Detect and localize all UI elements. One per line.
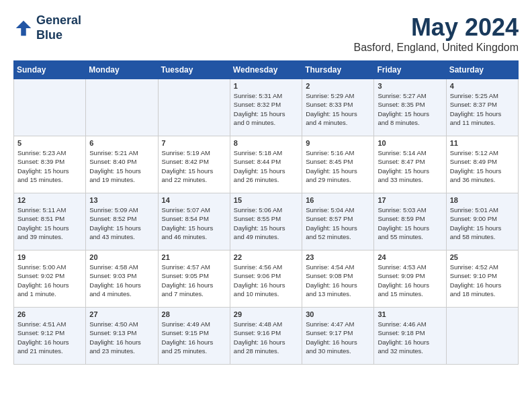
- calendar-cell: 24Sunrise: 4:53 AMSunset: 9:09 PMDayligh…: [374, 250, 446, 308]
- calendar-cell: 17Sunrise: 5:03 AMSunset: 8:59 PMDayligh…: [374, 193, 446, 250]
- day-info: Sunrise: 5:01 AMSunset: 9:00 PMDaylight:…: [450, 205, 515, 241]
- calendar-cell: 12Sunrise: 5:11 AMSunset: 8:51 PMDayligh…: [14, 193, 86, 250]
- calendar-cell: 14Sunrise: 5:07 AMSunset: 8:54 PMDayligh…: [158, 193, 230, 250]
- day-info: Sunrise: 5:09 AMSunset: 8:52 PMDaylight:…: [89, 205, 154, 241]
- day-number: 31: [378, 310, 442, 318]
- day-number: 3: [378, 82, 442, 90]
- day-number: 28: [162, 310, 226, 318]
- calendar-cell: 15Sunrise: 5:06 AMSunset: 8:55 PMDayligh…: [230, 193, 302, 250]
- day-info: Sunrise: 4:50 AMSunset: 9:13 PMDaylight:…: [89, 320, 154, 355]
- calendar-cell: 9Sunrise: 5:16 AMSunset: 8:45 PMDaylight…: [302, 136, 374, 193]
- calendar-cell: 3Sunrise: 5:27 AMSunset: 8:35 PMDaylight…: [374, 79, 446, 136]
- col-header-sunday: Sunday: [14, 61, 86, 79]
- day-info: Sunrise: 5:27 AMSunset: 8:35 PMDaylight:…: [378, 91, 442, 127]
- calendar-cell: 28Sunrise: 4:49 AMSunset: 9:15 PMDayligh…: [158, 308, 230, 365]
- day-number: 25: [450, 253, 515, 261]
- day-number: 29: [234, 310, 298, 318]
- day-number: 21: [162, 253, 226, 261]
- week-row-3: 12Sunrise: 5:11 AMSunset: 8:51 PMDayligh…: [14, 193, 519, 250]
- logo-text: General Blue: [36, 13, 81, 42]
- calendar-cell: 16Sunrise: 5:04 AMSunset: 8:57 PMDayligh…: [302, 193, 374, 250]
- day-number: 27: [89, 310, 154, 318]
- day-info: Sunrise: 5:25 AMSunset: 8:37 PMDaylight:…: [450, 91, 515, 127]
- calendar-cell: 30Sunrise: 4:47 AMSunset: 9:17 PMDayligh…: [302, 308, 374, 365]
- day-info: Sunrise: 5:07 AMSunset: 8:54 PMDaylight:…: [162, 205, 226, 241]
- day-number: 5: [17, 139, 82, 147]
- day-info: Sunrise: 4:58 AMSunset: 9:03 PMDaylight:…: [89, 263, 154, 298]
- day-number: 18: [450, 196, 515, 204]
- day-info: Sunrise: 5:00 AMSunset: 9:02 PMDaylight:…: [17, 263, 82, 298]
- calendar-cell: 23Sunrise: 4:54 AMSunset: 9:08 PMDayligh…: [302, 250, 374, 308]
- calendar-cell: 31Sunrise: 4:46 AMSunset: 9:18 PMDayligh…: [374, 308, 446, 365]
- day-number: 15: [234, 196, 298, 204]
- day-number: 1: [234, 82, 298, 90]
- day-info: Sunrise: 5:19 AMSunset: 8:42 PMDaylight:…: [162, 148, 226, 184]
- location-title: Basford, England, United Kingdom: [354, 42, 519, 54]
- calendar-cell: 4Sunrise: 5:25 AMSunset: 8:37 PMDaylight…: [446, 79, 518, 136]
- day-info: Sunrise: 4:47 AMSunset: 9:17 PMDaylight:…: [306, 320, 370, 355]
- day-info: Sunrise: 5:21 AMSunset: 8:40 PMDaylight:…: [89, 148, 154, 184]
- week-row-5: 26Sunrise: 4:51 AMSunset: 9:12 PMDayligh…: [14, 308, 519, 365]
- day-info: Sunrise: 4:49 AMSunset: 9:15 PMDaylight:…: [162, 320, 226, 355]
- day-info: Sunrise: 5:14 AMSunset: 8:47 PMDaylight:…: [378, 148, 442, 184]
- day-info: Sunrise: 5:12 AMSunset: 8:49 PMDaylight:…: [450, 148, 515, 184]
- calendar-cell: 20Sunrise: 4:58 AMSunset: 9:03 PMDayligh…: [86, 250, 158, 308]
- day-info: Sunrise: 4:48 AMSunset: 9:16 PMDaylight:…: [234, 320, 298, 355]
- day-info: Sunrise: 5:03 AMSunset: 8:59 PMDaylight:…: [378, 205, 442, 241]
- header-row: SundayMondayTuesdayWednesdayThursdayFrid…: [14, 61, 519, 79]
- calendar-cell: 7Sunrise: 5:19 AMSunset: 8:42 PMDaylight…: [158, 136, 230, 193]
- day-number: 13: [89, 196, 154, 204]
- header: General Blue May 2024 Basford, England, …: [13, 13, 519, 54]
- day-number: 2: [306, 82, 370, 90]
- day-info: Sunrise: 4:57 AMSunset: 9:05 PMDaylight:…: [162, 263, 226, 298]
- logo-line1: General: [36, 13, 81, 28]
- col-header-tuesday: Tuesday: [158, 61, 230, 79]
- calendar-cell: [86, 79, 158, 136]
- col-header-thursday: Thursday: [302, 61, 374, 79]
- calendar-cell: 18Sunrise: 5:01 AMSunset: 9:00 PMDayligh…: [446, 193, 518, 250]
- week-row-1: 1Sunrise: 5:31 AMSunset: 8:32 PMDaylight…: [14, 79, 519, 136]
- calendar-cell: [446, 308, 518, 365]
- calendar-table: SundayMondayTuesdayWednesdayThursdayFrid…: [13, 60, 519, 365]
- day-number: 12: [17, 196, 82, 204]
- calendar-cell: 13Sunrise: 5:09 AMSunset: 8:52 PMDayligh…: [86, 193, 158, 250]
- day-info: Sunrise: 5:31 AMSunset: 8:32 PMDaylight:…: [234, 91, 298, 127]
- calendar-cell: [14, 79, 86, 136]
- day-number: 19: [17, 253, 82, 261]
- col-header-monday: Monday: [86, 61, 158, 79]
- title-area: May 2024 Basford, England, United Kingdo…: [354, 13, 519, 54]
- day-number: 22: [234, 253, 298, 261]
- day-number: 14: [162, 196, 226, 204]
- calendar-cell: 6Sunrise: 5:21 AMSunset: 8:40 PMDaylight…: [86, 136, 158, 193]
- day-number: 9: [306, 139, 370, 147]
- day-info: Sunrise: 4:54 AMSunset: 9:08 PMDaylight:…: [306, 263, 370, 298]
- day-number: 8: [234, 139, 298, 147]
- calendar-cell: 10Sunrise: 5:14 AMSunset: 8:47 PMDayligh…: [374, 136, 446, 193]
- logo-line2: Blue: [36, 28, 81, 43]
- col-header-friday: Friday: [374, 61, 446, 79]
- day-number: 7: [162, 139, 226, 147]
- day-info: Sunrise: 4:46 AMSunset: 9:18 PMDaylight:…: [378, 320, 442, 355]
- calendar-cell: 19Sunrise: 5:00 AMSunset: 9:02 PMDayligh…: [14, 250, 86, 308]
- logo-icon: [13, 18, 34, 38]
- day-number: 4: [450, 82, 515, 90]
- day-number: 6: [89, 139, 154, 147]
- day-info: Sunrise: 4:51 AMSunset: 9:12 PMDaylight:…: [17, 320, 82, 355]
- day-number: 20: [89, 253, 154, 261]
- day-number: 23: [306, 253, 370, 261]
- calendar-cell: 2Sunrise: 5:29 AMSunset: 8:33 PMDaylight…: [302, 79, 374, 136]
- day-info: Sunrise: 4:52 AMSunset: 9:10 PMDaylight:…: [450, 263, 515, 298]
- day-info: Sunrise: 4:53 AMSunset: 9:09 PMDaylight:…: [378, 263, 442, 298]
- week-row-4: 19Sunrise: 5:00 AMSunset: 9:02 PMDayligh…: [14, 250, 519, 308]
- day-number: 11: [450, 139, 515, 147]
- calendar-cell: 8Sunrise: 5:18 AMSunset: 8:44 PMDaylight…: [230, 136, 302, 193]
- day-info: Sunrise: 5:16 AMSunset: 8:45 PMDaylight:…: [306, 148, 370, 184]
- day-info: Sunrise: 5:06 AMSunset: 8:55 PMDaylight:…: [234, 205, 298, 241]
- month-title: May 2024: [354, 13, 519, 42]
- col-header-wednesday: Wednesday: [230, 61, 302, 79]
- calendar-cell: 29Sunrise: 4:48 AMSunset: 9:16 PMDayligh…: [230, 308, 302, 365]
- day-info: Sunrise: 5:18 AMSunset: 8:44 PMDaylight:…: [234, 148, 298, 184]
- week-row-2: 5Sunrise: 5:23 AMSunset: 8:39 PMDaylight…: [14, 136, 519, 193]
- calendar-cell: 25Sunrise: 4:52 AMSunset: 9:10 PMDayligh…: [446, 250, 518, 308]
- day-number: 17: [378, 196, 442, 204]
